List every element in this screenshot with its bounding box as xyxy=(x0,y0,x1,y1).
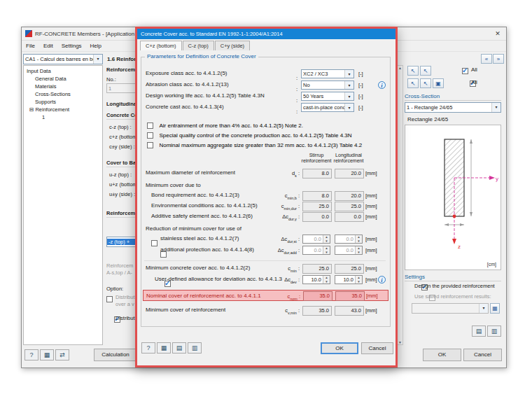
cross-section-header: Cross-Section xyxy=(405,93,501,101)
dcduradd-symbol: Δcdur,add xyxy=(245,247,300,255)
spinner-icon[interactable] xyxy=(355,246,362,254)
select-members-button[interactable]: ↖ xyxy=(407,66,419,76)
u-top-label: u-z (top) : xyxy=(109,172,132,178)
cnom-symbol: cnom xyxy=(246,293,300,301)
dialog-copy-button[interactable]: ▤ xyxy=(172,342,186,354)
menu-file[interactable]: File xyxy=(22,43,39,49)
chevron-down-icon: ▾ xyxy=(344,104,354,111)
group-title: Parameters for Definition of Concrete Co… xyxy=(145,53,258,59)
working-life-select[interactable]: 50 Years ▾ xyxy=(301,92,354,101)
deselect-members-button[interactable]: ↖ xyxy=(420,66,431,76)
chevron-down-icon: ▾ xyxy=(344,81,354,89)
cmin-stirrup-value: 25.0 xyxy=(302,264,332,274)
reduction-header: Reduction of minimum cover for use of xyxy=(146,225,241,232)
cover-side-label: c±y (side) : xyxy=(109,144,135,150)
tab-cy-side[interactable]: C+y (side) xyxy=(215,41,250,50)
spinner-icon[interactable] xyxy=(323,246,330,254)
paste-settings-button[interactable]: ▥ xyxy=(487,326,501,337)
parameters-group: Parameters for Definition of Concrete Co… xyxy=(141,57,391,327)
cancel-button[interactable]: Cancel xyxy=(463,349,502,361)
info-icon[interactable]: i xyxy=(378,81,386,89)
u-side-label: u±y (side) : xyxy=(109,191,135,197)
distribute-label: Distribut xyxy=(115,294,135,300)
tree-item-cross-sections[interactable]: Cross-Sections xyxy=(24,90,102,98)
results-table-button[interactable]: ▦ xyxy=(490,303,500,314)
dev-longitudinal-input[interactable]: 10.0 xyxy=(335,275,363,284)
dialog-title-bar[interactable]: Concrete Cover acc. to Standard EN 1992-… xyxy=(137,29,396,39)
dialog-cancel-button[interactable]: Cancel xyxy=(361,342,393,354)
u-bottom-label: u+z (bottom) xyxy=(109,181,139,188)
min-cover-reinf-label: Minimum cover of reinforcement xyxy=(146,307,225,313)
cvmin-longitudinal-value: 43.0 xyxy=(335,306,364,316)
chevron-down-icon: ▾ xyxy=(479,304,488,313)
units-label: [cm] xyxy=(487,262,496,267)
deselect-sets-button[interactable]: ↖ xyxy=(420,78,431,88)
quality-control-checkbox[interactable] xyxy=(147,132,153,139)
dialog-ok-button[interactable]: OK xyxy=(321,342,358,354)
sets-list-button[interactable]: ▣ xyxy=(433,78,444,88)
aggregate-size-label: Nominal maximum aggregate size greater t… xyxy=(159,142,362,148)
dcdur-symbol: Δcdur,γ xyxy=(245,214,300,221)
additional-longitudinal-input[interactable]: 0.0 xyxy=(335,246,363,255)
exposure-class-select[interactable]: XC2 / XC3 ▾ xyxy=(301,69,354,78)
tree-item-reinforcement[interactable]: ⊟ Reinforcement xyxy=(24,106,102,113)
menu-settings[interactable]: Settings xyxy=(57,43,86,49)
all-sets-label: All xyxy=(471,79,477,85)
tables-button[interactable]: ▦ xyxy=(40,349,54,360)
collapse-left-button[interactable]: « xyxy=(481,54,492,64)
all-members-checkbox[interactable] xyxy=(462,68,468,74)
design-case-select[interactable]: CA1 - Calcul des barres en béto ▾ xyxy=(23,54,103,64)
stainless-steel-checkbox[interactable] xyxy=(151,240,158,246)
distribute-checkbox[interactable] xyxy=(106,296,113,302)
spinner-icon[interactable] xyxy=(355,235,362,243)
dialog-paste-button[interactable]: ▥ xyxy=(188,342,202,354)
expander-icon[interactable]: ⊟ xyxy=(29,106,34,113)
cvmin-stirrup-value: 35.0 xyxy=(302,306,332,316)
right-panel: ↖ ↖ All ↖ ↖ ▣ All Cross-Section 1 - Rect… xyxy=(403,65,503,345)
tree-item-general-data[interactable]: General Data xyxy=(24,75,102,83)
spinner-icon[interactable] xyxy=(323,276,330,284)
cross-section-name: Rectangle 24/65 xyxy=(407,116,448,122)
close-icon[interactable]: ✕ xyxy=(489,30,506,37)
spinner-icon[interactable] xyxy=(323,235,330,243)
tree-item-materials[interactable]: Materials xyxy=(24,83,102,90)
tree-item-input-data[interactable]: Input Data xyxy=(24,67,102,75)
info-icon[interactable]: i xyxy=(378,276,386,284)
stainless-stirrup-input[interactable]: 0.0 xyxy=(302,234,330,244)
tree-item-reinforcement-1[interactable]: 1 xyxy=(24,113,102,121)
dev-stirrup-input[interactable]: 10.0 xyxy=(302,275,330,284)
cross-section-select[interactable]: 1 - Rectangle 24/65 ▾ xyxy=(405,102,501,113)
transfer-button[interactable]: ⇄ xyxy=(55,349,69,360)
air-entrainment-checkbox[interactable] xyxy=(147,122,153,129)
help-button[interactable]: ? xyxy=(24,349,38,360)
number-label: No.: xyxy=(106,76,116,83)
copy-settings-button[interactable]: ▤ xyxy=(472,326,486,337)
tab-cz-bottom[interactable]: C+z (bottom) xyxy=(140,41,182,50)
longitudinal-column-header: Longitudinalreinforcement xyxy=(326,153,371,164)
tree-item-supports[interactable]: Supports xyxy=(24,98,102,106)
aggregate-size-checkbox[interactable] xyxy=(147,142,153,148)
stainless-longitudinal-input[interactable]: 0.0 xyxy=(335,234,363,244)
abrasion-class-select[interactable]: No ▾ xyxy=(301,80,354,90)
menu-edit[interactable]: Edit xyxy=(39,43,57,49)
cover-top-label: c-z (top) : xyxy=(109,124,132,130)
select-sets-button[interactable]: ↖ xyxy=(407,78,419,88)
menu-help[interactable]: Help xyxy=(86,43,106,49)
bond-longitudinal-value: 20.0 xyxy=(335,191,364,201)
ds-stirrup-value: 8.0 xyxy=(302,169,332,178)
chevron-down-icon: ▾ xyxy=(491,103,500,112)
collapse-right-button[interactable]: » xyxy=(493,54,504,64)
dialog-title: Concrete Cover acc. to Standard EN 1992-… xyxy=(141,31,283,37)
additional-stirrup-input[interactable]: 0.0 xyxy=(302,246,330,255)
panel-scrollbar[interactable] xyxy=(397,65,403,345)
settings-header: Settings xyxy=(405,274,501,281)
dialog-units-button[interactable]: ▦ xyxy=(157,342,171,354)
dialog-tabs: C+z (bottom) C-z (top) C+y (side) xyxy=(140,41,251,50)
tab-cz-top[interactable]: C-z (top) xyxy=(183,41,214,50)
ok-button[interactable]: OK xyxy=(423,349,461,361)
spinner-icon[interactable] xyxy=(355,276,362,284)
app-logo-icon xyxy=(25,30,32,37)
calculation-button[interactable]: Calculation xyxy=(94,349,137,361)
concrete-cast-select[interactable]: cast-in-place concrete ▾ xyxy=(301,103,354,112)
dialog-help-button[interactable]: ? xyxy=(141,342,155,354)
